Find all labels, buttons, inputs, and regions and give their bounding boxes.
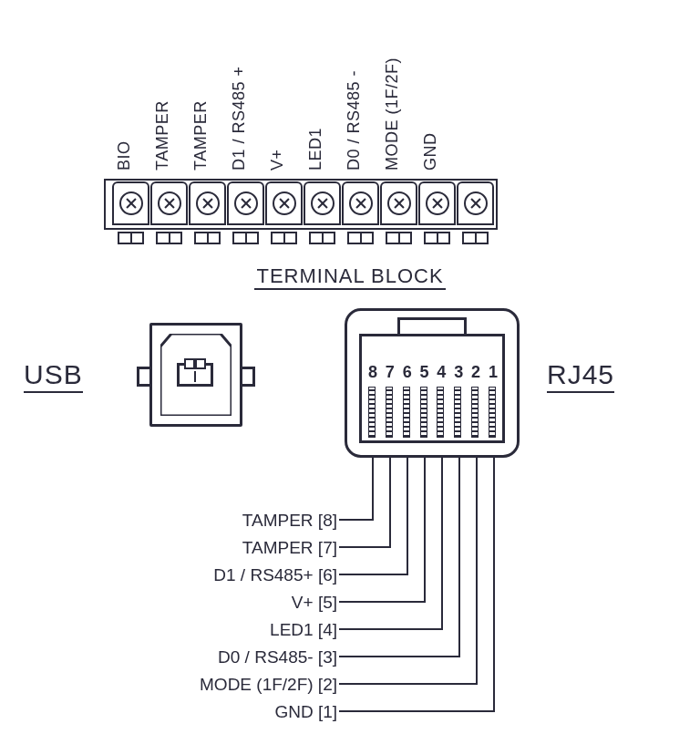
terminal-pin-label: V+ xyxy=(262,29,301,171)
pinout-row: D1 / RS485+ [6] xyxy=(0,565,337,585)
rj45-jack-icon: 8 7 6 5 4 3 2 1 xyxy=(345,308,520,458)
pinout-row: GND [1] xyxy=(0,702,337,722)
terminal-pin-label: MODE (1F/2F) xyxy=(377,29,416,171)
rj45-label: RJ45 xyxy=(547,359,614,390)
usb-type-b-port-icon xyxy=(137,317,255,436)
terminal-pin-label: TAMPER xyxy=(186,29,224,171)
pinout-row: TAMPER [8] xyxy=(0,511,337,531)
terminal-pin-label: LED1 xyxy=(301,29,339,171)
pinout-row: MODE (1F/2F) [2] xyxy=(0,675,337,695)
terminal-pin-label: D1 / RS485 + xyxy=(224,29,262,171)
terminal-pin-label: GND xyxy=(416,29,454,171)
pinout-row: TAMPER [7] xyxy=(0,538,337,558)
terminal-pin-label: BIO xyxy=(109,29,148,171)
terminal-block-caption: TERMINAL BLOCK xyxy=(0,264,700,288)
pinout-row: LED1 [4] xyxy=(0,620,337,640)
terminal-pin-label: TAMPER xyxy=(148,29,186,171)
rj45-pin-numbers: 8 7 6 5 4 3 2 1 xyxy=(365,363,501,382)
terminal-pin-label: D0 / RS485 - xyxy=(339,29,377,171)
pinout-row: V+ [5] xyxy=(0,593,337,613)
pinout-row: D0 / RS485- [3] xyxy=(0,647,337,667)
terminal-block-connector xyxy=(104,179,498,250)
connector-diagram: BIO TAMPER TAMPER D1 / RS485 + V+ LED1 D… xyxy=(0,0,700,755)
terminal-block-labels: BIO TAMPER TAMPER D1 / RS485 + V+ LED1 D… xyxy=(109,29,454,171)
usb-label: USB xyxy=(24,359,83,390)
